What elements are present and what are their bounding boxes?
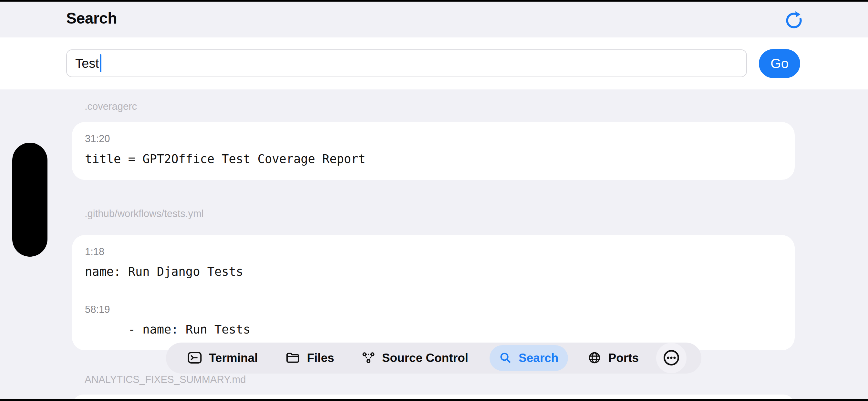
result-card[interactable]: 31:20 title = GPT2Office Test Coverage R… bbox=[72, 122, 795, 180]
tab-search-selected[interactable]: Search bbox=[490, 345, 568, 371]
search-row: Test Go bbox=[0, 37, 868, 89]
result-file-name: ANALYTICS_FIXES_SUMMARY.md bbox=[85, 374, 246, 385]
screen-top-bezel bbox=[0, 0, 868, 2]
folder-icon bbox=[286, 352, 300, 365]
tab-label: Ports bbox=[608, 351, 639, 365]
match-location: 58:19 bbox=[85, 304, 110, 315]
tab-ports[interactable]: Ports bbox=[588, 351, 639, 365]
text-cursor bbox=[100, 54, 101, 72]
result-file-name: .coveragerc bbox=[85, 101, 137, 112]
match-code: title = GPT2Office Test Coverage Report bbox=[85, 152, 366, 166]
go-button[interactable]: Go bbox=[759, 49, 800, 78]
tab-source-control[interactable]: Source Control bbox=[362, 351, 468, 365]
tab-label: Source Control bbox=[382, 351, 468, 365]
search-input[interactable]: Test bbox=[66, 50, 747, 77]
tab-label: Files bbox=[307, 351, 334, 365]
tab-label: Search bbox=[519, 351, 558, 365]
page-title: Search bbox=[66, 9, 117, 27]
match-location: 1:18 bbox=[85, 246, 104, 258]
ellipsis-circle-icon bbox=[662, 349, 680, 367]
match-divider bbox=[85, 288, 780, 288]
match-code: - name: Run Tests bbox=[85, 322, 250, 336]
app-screen: Search Test Go .coveragerc 31:20 title =… bbox=[0, 0, 868, 401]
tab-label: Terminal bbox=[209, 351, 258, 365]
redaction-pill bbox=[12, 143, 48, 257]
tab-files[interactable]: Files bbox=[286, 351, 334, 365]
search-icon bbox=[499, 351, 512, 365]
bottom-tab-bar: Terminal Files bbox=[166, 343, 702, 374]
source-control-icon bbox=[362, 351, 375, 365]
match-location: 31:20 bbox=[85, 133, 110, 145]
more-tabs-button[interactable] bbox=[656, 343, 686, 373]
result-file-name: .github/workflows/tests.yml bbox=[85, 208, 204, 220]
refresh-button[interactable] bbox=[784, 10, 803, 29]
result-card[interactable]: 1:18 name: Run Django Tests 58:19 - name… bbox=[72, 235, 795, 350]
refresh-icon bbox=[784, 10, 803, 30]
terminal-icon bbox=[188, 351, 202, 365]
screen-bottom-bezel bbox=[0, 399, 868, 401]
tab-terminal[interactable]: Terminal bbox=[188, 351, 258, 365]
match-code: name: Run Django Tests bbox=[85, 265, 243, 279]
search-input-value: Test bbox=[75, 56, 99, 71]
globe-icon bbox=[588, 351, 601, 365]
nav-bar: Search bbox=[0, 2, 868, 37]
